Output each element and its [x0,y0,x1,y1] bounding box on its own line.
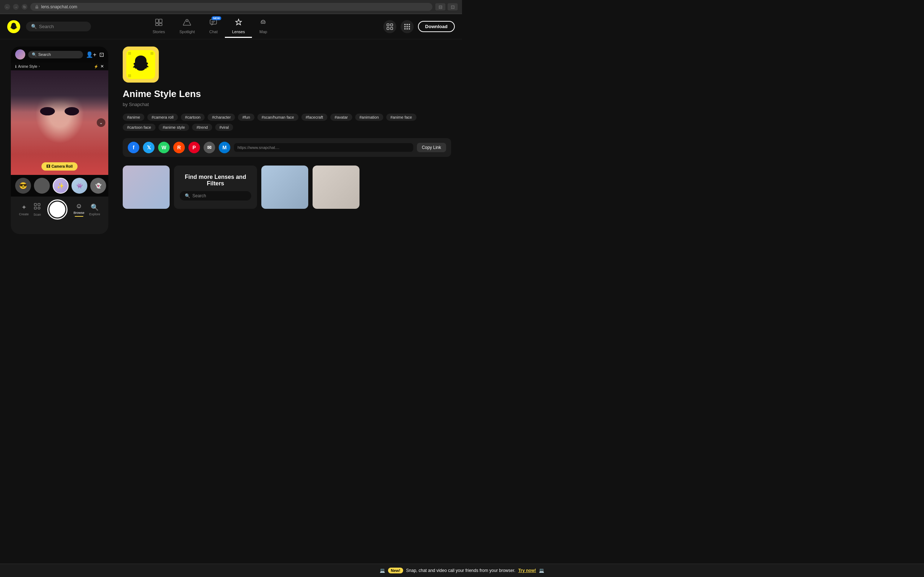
lens-author: by Snapchat [123,102,451,107]
tag-anime[interactable]: #anime [123,114,144,121]
svg-point-18 [406,24,408,25]
svg-point-25 [409,28,410,29]
lens-item-plain[interactable] [34,178,50,193]
stories-icon [155,18,163,28]
lens-item-emoji[interactable]: 😎 [15,178,31,193]
lens-item-avatar[interactable]: 👾 [71,178,87,193]
svg-point-24 [406,28,408,29]
search-label: Search [39,24,54,29]
browse-btn[interactable]: ☺ Browse [74,202,84,217]
grid-list-toggle[interactable] [383,20,396,33]
browser-nav-controls: ← → ↻ [4,4,27,10]
tag-scan-human-face[interactable]: #scan/human face [257,114,299,121]
phone-bottom-bar: ✦ Create Scan [11,197,108,222]
share-email[interactable]: ✉ [204,142,215,153]
snapchat-logo[interactable] [7,20,20,33]
close-icon[interactable]: ✕ [100,64,104,69]
tag-anime-face[interactable]: #anime face [386,114,417,121]
tag-animation[interactable]: #animation [355,114,383,121]
nav-lenses[interactable]: Lenses [225,16,252,38]
tag-viral[interactable]: #viral [215,124,233,131]
url-text: lens.snapchat.com [41,4,77,10]
new-badge: NEW [212,16,221,20]
share-pinterest[interactable]: P [188,142,200,153]
window-controls: ⊟ ⊡ [435,3,458,10]
lightning-icon[interactable]: ⚡ [94,64,98,69]
related-card-2[interactable] [261,166,308,209]
tag-cartoon-face[interactable]: #cartoon face [123,124,155,131]
svg-marker-6 [183,19,191,25]
browser-chrome: ← → ↻ lens.snapchat.com ⊟ ⊡ [0,0,462,14]
nav-map[interactable]: Map [252,16,274,38]
phone-search[interactable]: 🔍 Search [28,51,83,58]
svg-rect-15 [387,27,389,29]
share-messenger[interactable]: M [219,142,230,153]
nav-stories[interactable]: Stories [145,16,172,38]
nav-spotlight[interactable]: Spotlight [172,16,202,38]
tag-fun[interactable]: #fun [238,114,254,121]
find-more-search-placeholder: Search [192,193,206,198]
svg-rect-4 [155,23,158,26]
nav-chat[interactable]: NEW Chat [202,16,225,38]
tag-camera-roll[interactable]: #camera roll [147,114,178,121]
tag-anime-style[interactable]: #anime style [158,124,189,131]
main-nav: Stories Spotlight NEW Chat [145,16,275,38]
copy-link-button[interactable]: Copy Link [417,143,446,152]
tag-cartoon[interactable]: #cartoon [181,114,205,121]
phone-search-icon: 🔍 [32,52,37,57]
svg-rect-28 [34,207,36,209]
svg-point-22 [409,26,410,27]
lens-item-active[interactable]: ✨ [53,178,69,193]
lens-details-panel: Anime Style Lens by Snapchat #anime #cam… [123,47,451,234]
svg-point-29 [38,207,40,209]
download-button[interactable]: Download [418,21,455,32]
spotlight-icon [183,18,191,28]
svg-point-21 [406,26,408,27]
tag-facecraft[interactable]: #facecraft [301,114,327,121]
scan-btn[interactable]: Scan [34,203,41,216]
create-label: Create [19,213,29,216]
find-more-search[interactable]: 🔍 Search [180,191,251,200]
related-card-1[interactable] [123,166,170,209]
share-reddit[interactable]: R [173,142,185,153]
find-more-card: Find more Lenses and Filters 🔍 Search [174,166,257,209]
search-icon: 🔍 [31,24,37,29]
create-btn[interactable]: ✦ Create [19,203,29,216]
split-view-button[interactable]: ⊡ [447,3,458,10]
explore-btn[interactable]: 🔍 Explore [89,203,100,216]
find-more-title: Find more Lenses and Filters [180,174,251,187]
camera-switch-icon[interactable]: ⊡ [99,51,104,58]
scan-label: Scan [34,213,41,216]
forward-button[interactable]: → [13,4,19,10]
lens-name-label: Anime Style [18,64,37,69]
tag-avatar[interactable]: #avatar [330,114,352,121]
apps-menu-button[interactable] [401,20,414,33]
tags-container: #anime #camera roll #cartoon #character … [123,114,451,131]
lens-chevron: › [39,64,40,68]
lens-selector: 😎 ✨ 👾 👻 [11,175,108,197]
share-whatsapp[interactable]: W [158,142,170,153]
svg-point-23 [404,28,406,29]
refresh-button[interactable]: ↻ [22,4,27,10]
share-facebook[interactable]: f [128,142,139,153]
address-bar[interactable]: lens.snapchat.com [30,3,432,11]
svg-rect-32 [150,52,153,55]
tag-character[interactable]: #character [208,114,235,121]
lens-item-ghost[interactable]: 👻 [90,178,106,193]
tag-trend[interactable]: #trend [192,124,212,131]
share-twitter[interactable]: 𝕏 [143,142,155,153]
header-search[interactable]: 🔍 Search [26,22,91,31]
explore-label: Explore [89,213,100,216]
svg-rect-13 [387,24,389,26]
shutter-btn[interactable] [47,200,68,220]
related-card-3[interactable] [313,166,360,209]
share-row: f 𝕏 W R P ✉ M https://www.snapchat.... C… [123,138,451,157]
add-friend-icon[interactable]: 👤+ [86,51,96,58]
header-actions: Download [383,20,455,33]
camera-roll-button[interactable]: 🎞 Camera Roll [42,162,78,171]
back-button[interactable]: ← [4,4,10,10]
lock-icon [35,5,39,9]
svg-point-17 [404,24,406,25]
camera-chevron-down[interactable]: ⌄ [99,120,103,125]
tab-list-button[interactable]: ⊟ [435,3,446,10]
